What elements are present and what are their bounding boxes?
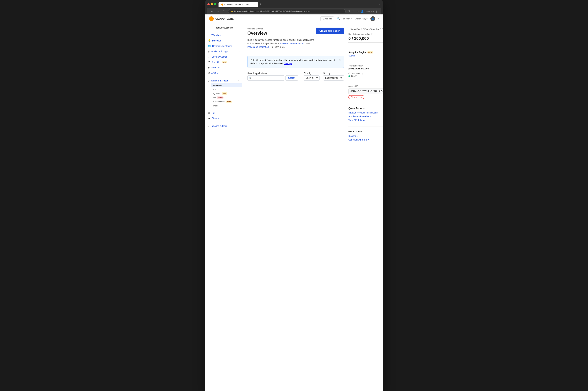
discord-link[interactable]: Discord ↗ — [348, 135, 383, 137]
workers-icon: ◇ — [208, 79, 210, 82]
turnstile-icon: ⏱ — [208, 61, 210, 64]
sidebar-item-workers-pages[interactable]: ◇ Workers & Pages ∧ — [205, 78, 242, 83]
profile-btn[interactable]: 👤 — [360, 9, 364, 13]
sidebar-item-websites[interactable]: ▭ Websites — [205, 33, 242, 38]
sidebar-back-btn[interactable]: ← — [208, 26, 210, 29]
back-btn[interactable]: ← — [210, 9, 215, 13]
filter-label: Filter by — [304, 72, 319, 75]
progress-bar — [348, 42, 383, 43]
sidebar-sub-queues[interactable]: Queues Beta — [211, 92, 242, 96]
page-with-sidebar: Workers & Pages Overview Build & deploy … — [247, 28, 378, 150]
sidebar-item-zero-trust[interactable]: ◈ Zero Trust — [205, 65, 242, 70]
sort-label: Sort by — [323, 72, 344, 75]
breadcrumb: Workers & Pages — [247, 28, 316, 30]
sidebar-sub-d1[interactable]: D1 Alpha — [211, 96, 242, 99]
shield-toolbar-icon[interactable]: 🛡 — [347, 9, 351, 13]
sidebar-sub-kv[interactable]: KV — [211, 87, 242, 92]
search-input[interactable] — [247, 75, 284, 81]
banner-change-link[interactable]: Change — [284, 62, 292, 65]
add-site-btn[interactable]: ⊕ Add site — [320, 16, 334, 21]
r2-icon: 🗃 — [208, 111, 210, 114]
sidebar-item-stream[interactable]: ☁ Stream — [205, 115, 242, 121]
quick-actions-title: Quick Actions — [348, 107, 383, 110]
create-application-btn[interactable]: Create application — [316, 28, 344, 34]
address-bar[interactable]: 🔒 https://dash.cloudflare.com/dffbae8a1f… — [228, 9, 346, 13]
community-forum-link[interactable]: Community Forum ↗ — [348, 138, 383, 141]
compute-row: Green Change — [348, 75, 383, 77]
turnstile-badge: Beta — [222, 61, 227, 63]
account-chevron: ▾ — [378, 18, 379, 20]
refresh-btn[interactable]: ↻ — [222, 9, 227, 13]
tab-favicon: 🟠 — [221, 3, 223, 5]
info-banner: Both Workers & Pages now share the same … — [247, 56, 344, 68]
constellation-badge: Beta — [226, 100, 232, 103]
setup-link[interactable]: Set up — [348, 54, 355, 57]
sidebar-label-area1: Area 1 — [211, 72, 218, 74]
sidebar-sub-plans[interactable]: Plans — [211, 104, 242, 108]
minimize-btn[interactable] — [211, 3, 213, 5]
new-tab-btn[interactable]: + — [258, 2, 263, 7]
websites-icon: ▭ — [208, 34, 210, 37]
plans-label: Plans — [213, 104, 219, 107]
close-btn[interactable] — [207, 3, 210, 5]
star-btn[interactable]: ☆ — [352, 9, 355, 13]
avatar[interactable]: 👤 — [370, 16, 375, 21]
info-icon: ⓘ — [370, 33, 372, 35]
tab-close-btn[interactable]: ✕ — [254, 3, 256, 5]
search-btn[interactable]: Search — [286, 75, 298, 81]
click-to-copy-btn[interactable]: Click to copy — [348, 95, 364, 99]
logo-text: CLOUDFLARE — [215, 17, 234, 20]
menu-btn[interactable]: ⋮ — [375, 9, 378, 13]
banner-close-btn[interactable]: ✕ — [339, 59, 341, 61]
get-in-touch-title: Get in touch — [348, 130, 383, 133]
sidebar-item-analytics-logs[interactable]: ◎ Analytics & Logs › — [205, 49, 242, 54]
support-link[interactable]: Support ▾ — [343, 18, 352, 20]
filter-select[interactable]: Show all Workers Pages — [304, 75, 319, 81]
zero-trust-icon: ◈ — [208, 66, 210, 69]
pages-doc-link[interactable]: Pages documentation ↗ — [247, 46, 272, 48]
active-tab[interactable]: 🟠 Overview | Jacky's Account | C ✕ — [219, 2, 258, 7]
sidebar-label-security: Security Center — [212, 56, 227, 58]
sidebar-item-domain-registration[interactable]: 🌐 Domain Registration › — [205, 43, 242, 49]
sidebar-item-turnstile[interactable]: ⏱ Turnstile Beta — [205, 59, 242, 65]
lock-icon: 🔒 — [231, 10, 233, 12]
tab-view-btn[interactable]: ▱ — [356, 9, 359, 13]
manage-notifications-link[interactable]: Manage Account Notifications — [348, 111, 383, 114]
create-btn-wrap: Create application — [316, 28, 344, 34]
page-description: Build & deploy serverless functions, sit… — [247, 38, 316, 49]
account-id-section: Account ID dffbae8a1ff9994ce7257013e54fe… — [348, 85, 383, 103]
sidebar-sub-constellation[interactable]: Constellation Beta — [211, 99, 242, 104]
sidebar-label-turnstile: Turnstile — [212, 61, 220, 64]
analytics-badge: Beta — [368, 51, 373, 54]
search-filter-row: Search applications 🔍 Search — [247, 72, 344, 81]
sidebar-item-discover[interactable]: 💡 Discover — [205, 38, 242, 43]
workers-doc-link[interactable]: Workers documentation ↗ — [280, 42, 306, 45]
sort-select[interactable]: Last modified Name Created — [323, 75, 344, 81]
banner-content: Both Workers & Pages now share the same … — [250, 59, 337, 65]
sidebar-item-security-center[interactable]: 🛡 Security Center › — [205, 54, 242, 59]
maximize-btn[interactable] — [214, 3, 216, 5]
content-area: Workers & Pages Overview Build & deploy … — [242, 23, 383, 391]
language-link[interactable]: English (US) ▾ — [355, 18, 368, 20]
sidebar-label-workers: Workers & Pages — [211, 79, 228, 82]
tab-title: Overview | Jacky's Account | C — [224, 3, 252, 5]
forward-btn[interactable]: → — [216, 9, 221, 13]
banner-text: Both Workers & Pages now share the same … — [250, 59, 335, 65]
tabs-chevron: ⌄ — [379, 3, 381, 5]
queues-label: Queues — [213, 92, 220, 95]
search-input-row: 🔍 Search — [247, 75, 298, 81]
workers-ext-icon: ↗ — [304, 43, 305, 45]
subdomain-label: Your subdomain — [348, 65, 383, 67]
sidebar-item-area1[interactable]: ✉ Area 1 — [205, 70, 242, 76]
subdomain-row: jacky.workers.dev Change — [348, 67, 383, 70]
sidebar-item-r2[interactable]: 🗃 R2 › — [205, 110, 242, 115]
sidebar-collapse-btn[interactable]: « Collapse sidebar — [205, 123, 242, 129]
sidebar-sub-overview[interactable]: Overview — [211, 83, 242, 87]
domain-icon: 🌐 — [208, 45, 211, 47]
add-members-link[interactable]: Add Account Members — [348, 115, 383, 118]
header-search-btn[interactable]: 🔍 — [337, 17, 340, 20]
view-api-tokens-link[interactable]: View API Tokens — [348, 119, 383, 121]
sidebar-account: ← Jacky's Account › — [205, 25, 242, 31]
sidebar: ← Jacky's Account › ▭ Websites 💡 Discove… — [205, 23, 242, 391]
collapse-label: Collapse sidebar — [211, 125, 227, 127]
